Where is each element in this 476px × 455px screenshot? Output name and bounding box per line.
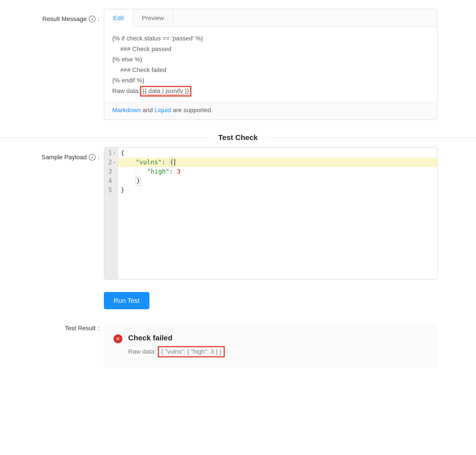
code-token: "high" — [147, 167, 170, 176]
footer-text: and — [141, 107, 155, 114]
result-message-label: Result Message — [42, 16, 87, 23]
divider — [267, 137, 476, 138]
jsonify-expression: {{ data | jsonify }} — [143, 88, 189, 94]
gutter: 1▾ 2▾ 3▾ 4▾ 5▾ — [104, 147, 118, 279]
divider — [0, 137, 209, 138]
section-title: Test Check — [209, 133, 267, 142]
raw-data-label: Raw data: — [128, 348, 158, 355]
template-line: ### Check failed — [112, 65, 429, 75]
liquid-link[interactable]: Liquid — [155, 107, 171, 114]
line-number: 4 — [108, 176, 112, 186]
info-icon[interactable]: i — [89, 154, 95, 161]
error-icon — [114, 334, 123, 343]
colon: : — [98, 325, 99, 332]
tab-preview[interactable]: Preview — [133, 9, 173, 26]
code-token: "vulns" — [136, 158, 162, 167]
colon: : — [98, 16, 99, 23]
run-test-button[interactable]: Run Test — [104, 292, 149, 309]
raw-data-label: Raw data: — [112, 88, 140, 94]
highlighted-raw-value: { "vulns": { "high": 3 } } — [158, 346, 225, 357]
markdown-link[interactable]: Markdown — [112, 107, 141, 114]
template-line: ### Check passed — [112, 44, 429, 54]
code-token: { — [121, 148, 125, 158]
result-raw: Raw data: { "vulns": { "high": 3 } } — [128, 346, 225, 357]
code-token: 3 — [177, 167, 181, 176]
footer-text: are supported. — [171, 107, 213, 114]
line-number: 1 — [108, 148, 112, 158]
template-line: {% endif %} — [112, 75, 429, 86]
template-line: {% if check.status == 'passed' %} — [112, 33, 429, 44]
code-token: } — [121, 186, 125, 195]
info-icon[interactable]: i — [89, 16, 95, 22]
template-line: {% else %} — [112, 54, 429, 65]
highlighted-expression: {{ data | jsonify }} — [140, 86, 191, 97]
brace-match: } — [136, 176, 141, 186]
template-editor[interactable]: {% if check.status == 'passed' %} ### Ch… — [104, 27, 437, 102]
fold-icon[interactable]: ▾ — [113, 150, 115, 156]
section-header: Test Check — [0, 133, 476, 142]
colon: : — [98, 154, 99, 161]
tabs: Edit Preview — [104, 9, 437, 27]
code-editor[interactable]: 1▾ 2▾ 3▾ 4▾ 5▾ { "vulns": { "high": 3 } … — [104, 147, 438, 280]
result-message-panel: Edit Preview {% if check.status == 'pass… — [104, 9, 438, 120]
test-result-label: Test Result — [65, 325, 96, 332]
brace-match: { — [169, 157, 174, 167]
panel-footer: Markdown and Liquid are supported. — [104, 102, 437, 120]
tab-edit[interactable]: Edit — [104, 9, 133, 27]
line-number: 3 — [108, 167, 112, 176]
sample-payload-label: Sample Payload — [41, 154, 87, 161]
code-token: : — [162, 158, 169, 167]
line-number: 5 — [108, 186, 112, 195]
result-title: Check failed — [128, 333, 225, 342]
template-line: Raw data:{{ data | jsonify }} — [112, 86, 429, 97]
line-number: 2 — [108, 158, 112, 167]
code-token: : — [170, 167, 177, 176]
fold-icon[interactable]: ▾ — [113, 160, 115, 165]
code-content[interactable]: { "vulns": { "high": 3 } } — [118, 147, 437, 279]
text-caret — [175, 159, 175, 166]
test-result-card: Check failed Raw data: { "vulns": { "hig… — [104, 325, 438, 367]
